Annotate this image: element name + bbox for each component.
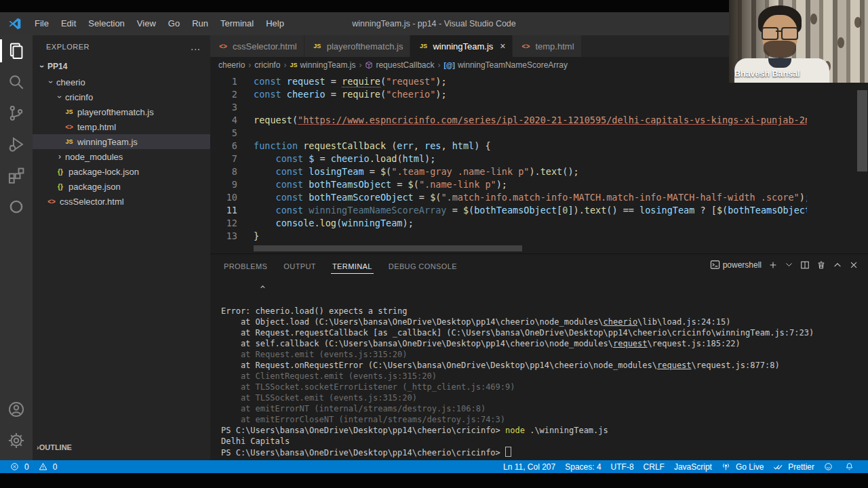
breadcrumb-requestcallback[interactable]: requestCallback [365,60,434,70]
status-label: UTF-8 [611,462,634,472]
shell-selector[interactable]: powershell [710,260,762,270]
shell-picker-chevron-down-icon[interactable] [785,260,793,269]
status-go-live[interactable]: Go Live [717,460,768,473]
code-line-2: 2const cheerio = require("cheerio"); [210,88,807,101]
menu-selection[interactable]: Selection [82,12,130,35]
status-encoding[interactable]: UTF-8 [606,460,639,473]
close-panel-close-icon[interactable] [849,260,859,270]
tree-item-label: winningTeam.js [77,137,138,147]
line-number: 7 [210,152,237,165]
breadcrumb-winningteamnamescorearray[interactable]: [@]winningTeamNameScoreArray [443,60,568,70]
breadcrumb-cheerio[interactable]: cheerio [218,60,245,70]
menu-go[interactable]: Go [162,12,186,35]
status-indentation[interactable]: Spaces: 4 [560,460,606,473]
vertical-scrollbar[interactable] [857,90,867,171]
kill-terminal-trash-icon[interactable] [816,260,826,270]
code-line-4: 4request("https://www.espncricinfo.com/s… [210,114,807,127]
line-number: 6 [210,140,237,152]
menu-run[interactable]: Run [186,12,214,35]
tree-item-package-lock-json[interactable]: {}package-lock.json [33,164,210,179]
explorer-more-actions-icon[interactable]: ... [191,41,210,52]
explorer-icon[interactable] [0,35,33,66]
line-number: 12 [210,217,237,230]
status-label: Prettier [788,462,814,472]
tab-temp-html[interactable]: <>temp.html [513,35,581,57]
js-file-icon: JS [290,62,297,68]
code-line-8: 8 const losingTeam = $(".team-gray .name… [210,165,807,178]
terminal-line: at TLSSocket.emit (events.js:315:20) [221,392,865,403]
menu-view[interactable]: View [131,12,162,35]
status-eol[interactable]: CRLF [639,460,669,473]
code-line-text: const bothTeamScoreObject = $(".match-in… [254,191,807,204]
outline-section[interactable]: › OUTLINE [33,440,214,455]
code-line-6: 6function requestCallback (err, res, htm… [210,140,807,152]
js-file-icon: JS [63,108,75,115]
close-icon[interactable]: × [500,41,505,52]
tree-item-label: playerofthematch.js [77,107,154,117]
source-control-icon[interactable] [0,98,33,129]
panel-tab-problems[interactable]: PROBLEMS [222,260,269,273]
glasses-icon [781,27,798,40]
code-line-12: 12 console.log(winningTeam); [210,217,807,230]
status-errors[interactable]: 0 [5,460,34,473]
code-editor[interactable]: 1const request = require("request");2con… [210,73,807,249]
menu-help[interactable]: Help [260,12,290,35]
vscode-logo-icon [8,17,22,30]
line-number: 9 [210,178,237,191]
tree-item-playerofthematch-js[interactable]: JSplayerofthematch.js [33,104,210,119]
menu-terminal[interactable]: Terminal [214,12,260,35]
status-notifications[interactable] [840,460,861,473]
breadcrumb-label: cheerio [218,60,245,70]
status-label: 0 [24,462,29,472]
breadcrumb-winningteam-js[interactable]: JSwinningTeam.js [290,60,355,70]
tree-item-cheerio[interactable]: ›cheerio [33,75,210,89]
settings-icon[interactable] [0,425,33,456]
tree-item-winningteam-js[interactable]: JSwinningTeam.js [33,134,210,149]
panel-tab-debug-console[interactable]: DEBUG CONSOLE [387,260,458,273]
tab-playerofthematch-js[interactable]: JSplayerofthematch.js [304,35,411,57]
symbol-array-icon: [@] [443,62,454,69]
tree-item-label: cheerio [56,77,85,87]
tab-winningteam-js[interactable]: JSwinningTeam.js× [410,35,513,57]
search-icon[interactable] [0,66,33,98]
code-line-text: const cheerio = require("cheerio"); [254,88,447,101]
maximize-panel-chevron-up-icon[interactable] [833,260,842,270]
tab-cssselector-html[interactable]: <>cssSelector.html [210,35,304,57]
status-language-mode[interactable]: JavaScript [669,460,717,473]
tree-item-temp-html[interactable]: <>temp.html [33,119,210,134]
menu-edit[interactable]: Edit [55,12,82,35]
terminal-line: at TLSSocket.socketErrorListener (_http_… [221,382,865,392]
new-terminal-plus-icon[interactable] [768,260,778,270]
line-number: 8 [210,165,237,178]
chevron-down-icon: › [46,77,56,87]
status-feedback[interactable] [819,460,840,473]
tab-label: temp.html [535,41,574,52]
feedback-icon [824,462,835,471]
line-number: 2 [210,88,237,101]
status-cursor-position[interactable]: Ln 11, Col 207 [498,460,560,473]
panel-tab-output[interactable]: OUTPUT [282,260,317,273]
account-icon[interactable] [0,394,33,425]
extensions-icon[interactable] [0,160,33,191]
panel-tab-terminal[interactable]: TERMINAL [331,260,374,274]
terminal-line: at emitErrorCloseNT (internal/streams/de… [221,414,865,425]
tree-item-cricinfo[interactable]: ›cricinfo [33,89,210,104]
horizontal-scrollbar[interactable] [254,245,522,251]
tree-item-cssselector-html[interactable]: <>cssSelector.html [33,194,210,209]
tree-item-package-json[interactable]: {}package.json [33,179,210,194]
terminal-line: at Object.load (C:\Users\bansa\OneDrive\… [221,317,865,327]
status-prettier[interactable]: Prettier [768,460,819,473]
run-debug-icon[interactable] [0,129,33,160]
html-file-icon: <> [45,198,58,205]
status-warnings[interactable]: 0 [34,460,62,473]
status-label: JavaScript [674,462,712,472]
tree-item-node-modules[interactable]: ›node_modules [33,149,210,164]
live-server-icon[interactable] [0,191,33,222]
terminal-output[interactable]: ^ Error: cheerio.load() expects a string… [221,284,865,459]
tree-item-pp14[interactable]: ›PP14 [33,58,210,75]
breadcrumb-cricinfo[interactable]: cricinfo [254,60,280,70]
menu-file[interactable]: File [28,12,55,35]
split-terminal-split-icon[interactable] [800,260,810,270]
activity-bar [0,35,33,460]
status-label: Spaces: 4 [565,462,601,472]
